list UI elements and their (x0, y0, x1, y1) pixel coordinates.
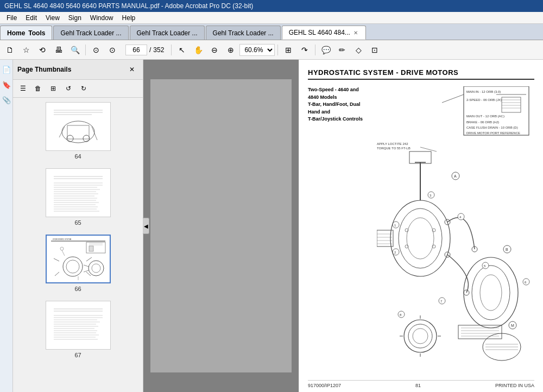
panel-title: Page Thumbnails (17, 66, 71, 73)
svg-rect-96 (409, 151, 431, 163)
menu-edit[interactable]: Edit (21, 13, 41, 23)
thumbnail-label-65: 65 (74, 219, 81, 226)
document-diagram: MAIN IN - 12 ORB (3.0) 2-SPEED - 06 ORB … (377, 86, 534, 376)
thumbnail-svg-65 (48, 171, 108, 214)
toolbar-fit-btn[interactable]: ⊞ (281, 42, 296, 58)
page-area (143, 60, 299, 392)
doc-subtitle-3: T-Bar/Joystick Controls (308, 116, 370, 123)
tab-home-tools[interactable]: Home Tools (0, 26, 52, 40)
collapse-panel-btn[interactable]: ◀ (143, 218, 149, 234)
thumbnail-item-66[interactable]: HYDROSTATIC SYSTEM (17, 235, 138, 292)
svg-text:2-SPEED - 06 ORB (JX): 2-SPEED - 06 ORB (JX) (466, 98, 502, 102)
panel-toolbar: ☰ 🗑 ⊞ ↺ ↻ (13, 80, 143, 98)
tab-gehl-3-label: Gehl Track Loader ... (213, 29, 274, 37)
menu-window[interactable]: Window (86, 13, 118, 23)
thumbnail-label-64: 64 (74, 153, 81, 160)
panel-menu-btn[interactable]: ☰ (16, 82, 29, 95)
tab-bar: Home Tools Gehl Track Loader ... Gehl Tr… (0, 24, 543, 40)
tab-gehl-2[interactable]: Gehl Track Loader ... (130, 26, 205, 40)
panel-redo-btn[interactable]: ↻ (77, 82, 90, 95)
menu-help[interactable]: Help (118, 13, 140, 23)
svg-text:HYDROSTATIC SYSTEM: HYDROSTATIC SYSTEM (53, 238, 72, 241)
doc-subtitle-2: T-Bar, Hand/Foot, Dual Hand and (308, 101, 370, 116)
toolbar-comment-btn[interactable]: 💬 (318, 42, 333, 58)
title-bar: GEHL SL 4640 4840 5640 6640 PARTS MANUAL… (0, 0, 543, 12)
side-attach-icon[interactable]: 📎 (1, 94, 12, 105)
thumbnail-img-67 (46, 301, 111, 350)
svg-point-112 (404, 320, 437, 352)
page-thumbnails-panel: Page Thumbnails ✕ ☰ 🗑 ⊞ ↺ ↻ (13, 60, 143, 392)
tab-gehl-sl[interactable]: GEHL SL 4640 484... ✕ (282, 26, 366, 40)
document-body: Two-Speed - 4640 and 4840 Models T-Bar, … (308, 86, 534, 376)
toolbar-zoom-in-btn[interactable]: ⊕ (223, 42, 238, 58)
menu-view[interactable]: View (41, 13, 64, 23)
tab-gehl-1[interactable]: Gehl Track Loader ... (53, 26, 128, 40)
toolbar-prev-btn[interactable]: ⊙ (89, 42, 104, 58)
thumbnail-label-66: 66 (74, 286, 81, 292)
thumbnails-container[interactable]: 64 (13, 98, 143, 392)
toolbar-shape-btn[interactable]: ◇ (351, 42, 366, 58)
tab-tools-label: Tools (28, 29, 45, 37)
thumbnail-item-67[interactable]: 67 (17, 301, 138, 358)
page-total: 352 (153, 46, 164, 54)
svg-text:M: M (511, 324, 514, 327)
tab-gehl-1-label: Gehl Track Loader ... (60, 29, 121, 37)
thumbnail-item-64[interactable]: 64 (17, 102, 138, 160)
svg-point-80 (399, 208, 442, 268)
thumbnail-label-67: 67 (74, 352, 81, 358)
svg-point-113 (408, 324, 432, 348)
svg-line-75 (442, 94, 464, 103)
toolbar-sep-1 (85, 45, 86, 55)
document-text-block: Two-Speed - 4640 and 4840 Models T-Bar, … (308, 86, 370, 376)
svg-point-88 (472, 265, 510, 320)
toolbar-next-btn[interactable]: ⊙ (105, 42, 120, 58)
thumbnail-svg-66: HYDROSTATIC SYSTEM (48, 237, 108, 281)
svg-text:DRIVE MOTOR PORT REFERENCE: DRIVE MOTOR PORT REFERENCE (466, 131, 520, 135)
svg-rect-47 (48, 304, 108, 347)
panel-undo-btn[interactable]: ↺ (62, 82, 75, 95)
toolbar-sep-4 (315, 45, 315, 55)
menu-file[interactable]: File (2, 13, 21, 23)
toolbar-select-btn[interactable]: ↖ (174, 42, 190, 58)
hydrostatic-diagram-svg: MAIN IN - 12 ORB (3.0) 2-SPEED - 06 ORB … (377, 86, 534, 374)
menu-sign[interactable]: Sign (64, 13, 86, 23)
svg-rect-33 (89, 246, 93, 251)
toolbar-zoom-out-btn[interactable]: ⊖ (207, 42, 222, 58)
toolbar-search-btn[interactable]: 🔍 (67, 42, 83, 58)
doc-subtitle-1: Two-Speed - 4640 and 4840 Models (308, 86, 370, 101)
toolbar-print-btn[interactable]: 🖶 (51, 42, 66, 58)
svg-text:MAIN OUT - 12 ORB (AC): MAIN OUT - 12 ORB (AC) (466, 115, 504, 118)
blank-page (150, 79, 292, 372)
toolbar-back-btn[interactable]: ⟲ (35, 42, 50, 58)
toolbar-more-btn[interactable]: ⊡ (367, 42, 382, 58)
side-page-icon[interactable]: 📄 (1, 64, 12, 75)
toolbar-hand-btn[interactable]: ✋ (191, 42, 206, 58)
tab-gehl-3[interactable]: Gehl Track Loader ... (206, 26, 281, 40)
panel-close-btn[interactable]: ✕ (125, 63, 138, 76)
thumbnail-img-64 (46, 102, 111, 151)
footer-printed-in: PRINTED IN USA (495, 383, 534, 388)
toolbar-rotate-btn[interactable]: ↷ (297, 42, 312, 58)
panel-extract-btn[interactable]: ⊞ (47, 82, 60, 95)
zoom-select[interactable]: 60.6% 50% 75% 100% (239, 44, 275, 56)
footer-part-number: 917000/IP1207 (308, 383, 341, 388)
thumbnail-img-66: HYDROSTATIC SYSTEM (46, 235, 111, 283)
svg-text:BRAKE - 06 ORB (HJ): BRAKE - 06 ORB (HJ) (466, 121, 499, 124)
toolbar: 🗋 ☆ ⟲ 🖶 🔍 ⊙ ⊙ / 352 ↖ ✋ ⊖ ⊕ 60.6% 50% 75… (0, 40, 543, 60)
svg-line-78 (420, 147, 437, 151)
thumbnail-svg-64 (48, 105, 108, 148)
toolbar-new-btn[interactable]: 🗋 (2, 42, 17, 58)
panel-delete-btn[interactable]: 🗑 (31, 82, 45, 95)
toolbar-bookmark-btn[interactable]: ☆ (18, 42, 34, 58)
main-content: 📄 🔖 📎 Page Thumbnails ✕ ☰ 🗑 ⊞ ↺ ↻ (0, 60, 543, 392)
page-number-input[interactable] (125, 45, 147, 55)
tab-close-icon[interactable]: ✕ (352, 30, 359, 36)
title-text: GEHL SL 4640 4840 5640 6640 PARTS MANUAL… (4, 2, 253, 10)
tab-gehl-2-label: Gehl Track Loader ... (137, 29, 198, 37)
toolbar-pen-btn[interactable]: ✏ (334, 42, 350, 58)
side-bookmark-icon[interactable]: 🔖 (1, 79, 12, 90)
svg-text:CASE FLUSH DRAIN - 10 ORB (D): CASE FLUSH DRAIN - 10 ORB (D) (466, 126, 518, 129)
thumbnail-item-65[interactable]: 65 (17, 168, 138, 226)
page-nav: / 352 (125, 45, 164, 55)
toolbar-sep-2 (171, 45, 172, 55)
